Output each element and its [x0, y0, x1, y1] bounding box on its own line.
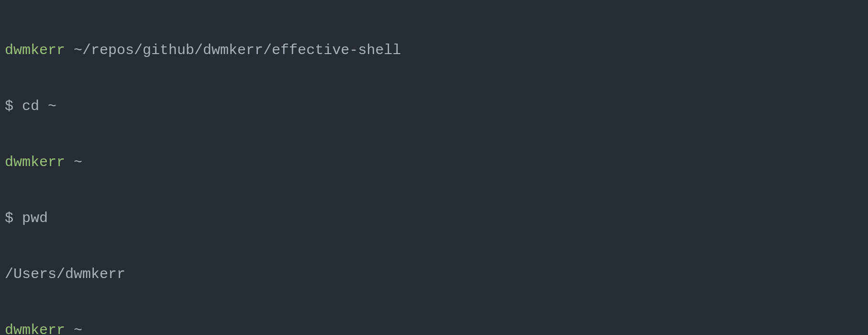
- prompt-user: dwmkerr: [5, 154, 65, 170]
- prompt-path: ~: [74, 322, 82, 335]
- prompt-symbol: $: [5, 98, 13, 114]
- prompt-path: ~/repos/github/dwmkerr/effective-shell: [74, 42, 401, 58]
- prompt-line-1: dwmkerr ~/repos/github/dwmkerr/effective…: [5, 41, 863, 60]
- output-text: /Users/dwmkerr: [5, 266, 125, 282]
- prompt-path: ~: [74, 154, 82, 170]
- terminal-window[interactable]: dwmkerr ~/repos/github/dwmkerr/effective…: [5, 4, 863, 335]
- prompt-line-2: dwmkerr ~: [5, 153, 863, 172]
- prompt-line-3: dwmkerr ~: [5, 321, 863, 335]
- output-line-1: /Users/dwmkerr: [5, 265, 863, 284]
- command-text: cd ~: [22, 98, 56, 114]
- command-line-1: $ cd ~: [5, 97, 863, 116]
- prompt-user: dwmkerr: [5, 322, 65, 335]
- command-text: pwd: [22, 210, 48, 226]
- prompt-symbol: $: [5, 210, 13, 226]
- prompt-user: dwmkerr: [5, 42, 65, 58]
- command-line-2: $ pwd: [5, 209, 863, 228]
